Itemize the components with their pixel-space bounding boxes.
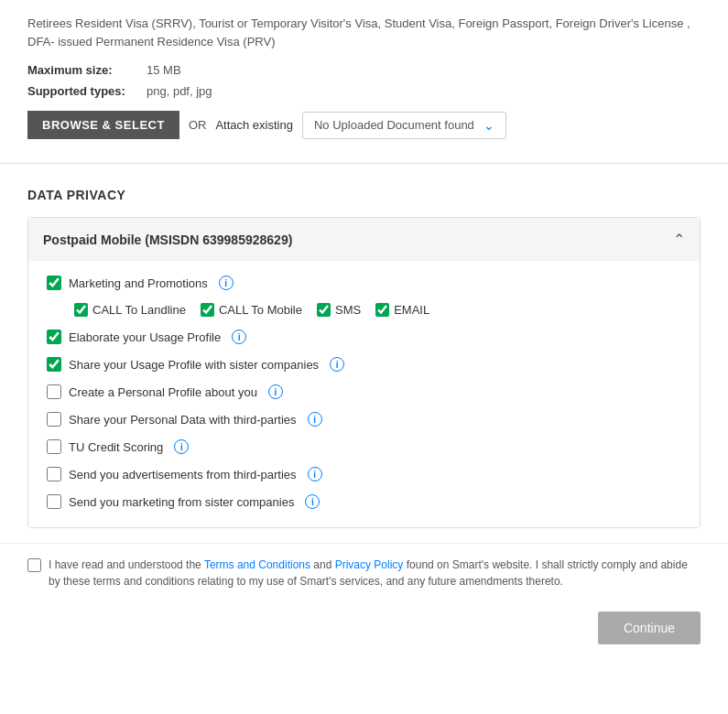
section-title: DATA PRIVACY xyxy=(27,188,701,202)
attach-existing-label: Attach existing xyxy=(215,118,293,132)
dropdown-text: No Uploaded Document found xyxy=(314,118,474,132)
checkbox-item-marketing-sisters: Send you marketing from sister companies… xyxy=(47,494,681,509)
terms-checkbox[interactable] xyxy=(27,558,41,572)
usage-profile-info-icon[interactable]: i xyxy=(232,330,246,344)
marketing-sisters-checkbox[interactable] xyxy=(47,494,61,509)
accordion-body: Marketing and Promotions i CALL To Landl… xyxy=(28,261,700,527)
marketing-sisters-info-icon[interactable]: i xyxy=(305,494,320,509)
checkbox-item-ads: Send you advertisements from third-parti… xyxy=(47,467,681,481)
sub-sms: SMS xyxy=(317,303,361,317)
checkbox-item-marketing: Marketing and Promotions i xyxy=(47,276,681,290)
terms-middle-text: and xyxy=(310,558,335,571)
ads-info-icon[interactable]: i xyxy=(308,467,322,481)
share-usage-checkbox[interactable] xyxy=(47,357,61,372)
document-dropdown[interactable]: No Uploaded Document found ⌄ xyxy=(302,112,506,139)
sub-call-mobile: CALL To Mobile xyxy=(201,303,302,317)
sms-checkbox[interactable] xyxy=(317,303,331,317)
call-landline-label: CALL To Landline xyxy=(92,303,186,317)
share-usage-label: Share your Usage Profile with sister com… xyxy=(69,358,319,372)
accordion-title: Postpaid Mobile (MSISDN 639985928629) xyxy=(43,233,292,247)
max-size-row: Maximum size: 15 MB xyxy=(27,63,701,77)
share-personal-label: Share your Personal Data with third-part… xyxy=(69,413,297,427)
tu-credit-label: TU Credit Scoring xyxy=(69,440,163,454)
usage-profile-label: Elaborate your Usage Profile xyxy=(69,330,221,344)
tu-credit-info-icon[interactable]: i xyxy=(174,439,189,454)
sms-label: SMS xyxy=(335,303,361,317)
checkbox-item-tu-credit: TU Credit Scoring i xyxy=(47,439,681,454)
personal-profile-checkbox[interactable] xyxy=(47,384,61,399)
ads-checkbox[interactable] xyxy=(47,467,61,481)
checkbox-item-usage-profile: Elaborate your Usage Profile i xyxy=(47,330,681,344)
upload-row: BROWSE & SELECT OR Attach existing No Up… xyxy=(27,111,701,139)
sub-checkboxes-row: CALL To Landline CALL To Mobile SMS EMAI… xyxy=(74,303,681,317)
max-size-value: 15 MB xyxy=(147,63,181,77)
email-label: EMAIL xyxy=(394,303,429,317)
share-personal-info-icon[interactable]: i xyxy=(308,412,322,427)
sub-email: EMAIL xyxy=(375,303,429,317)
call-mobile-checkbox[interactable] xyxy=(201,303,214,317)
accordion-header[interactable]: Postpaid Mobile (MSISDN 639985928629) ⌃ xyxy=(28,218,700,261)
checkbox-item-personal-profile: Create a Personal Profile about you i xyxy=(47,384,681,399)
marketing-label: Marketing and Promotions xyxy=(69,276,208,290)
marketing-sisters-label: Send you marketing from sister companies xyxy=(69,495,294,509)
tu-credit-checkbox[interactable] xyxy=(47,439,61,454)
privacy-policy-link[interactable]: Privacy Policy xyxy=(335,558,404,571)
terms-conditions-link[interactable]: Terms and Conditions xyxy=(204,558,310,571)
usage-profile-checkbox[interactable] xyxy=(47,330,61,344)
terms-before-text: I have read and understood the xyxy=(49,558,204,571)
ads-label: Send you advertisements from third-parti… xyxy=(69,468,297,481)
personal-profile-info-icon[interactable]: i xyxy=(268,384,283,399)
max-size-label: Maximum size: xyxy=(27,63,147,77)
continue-button[interactable]: Continue xyxy=(598,611,701,644)
supported-types-value: png, pdf, jpg xyxy=(147,84,212,98)
call-landline-checkbox[interactable] xyxy=(74,303,88,317)
marketing-checkbox[interactable] xyxy=(47,276,61,290)
top-section: Retirees Resident Visa (SRRV), Tourist o… xyxy=(0,0,728,154)
email-checkbox[interactable] xyxy=(375,303,389,317)
share-usage-info-icon[interactable]: i xyxy=(330,357,344,372)
terms-text: I have read and understood the Terms and… xyxy=(49,557,701,590)
or-text: OR xyxy=(189,118,207,132)
browse-select-button[interactable]: BROWSE & SELECT xyxy=(27,111,179,139)
visa-text: Retirees Resident Visa (SRRV), Tourist o… xyxy=(27,15,701,50)
chevron-down-icon: ⌄ xyxy=(484,118,494,133)
footer-row: Continue xyxy=(0,602,728,663)
terms-row: I have read and understood the Terms and… xyxy=(0,543,728,602)
supported-types-row: Supported types: png, pdf, jpg xyxy=(27,84,701,98)
call-mobile-label: CALL To Mobile xyxy=(219,303,302,317)
share-personal-checkbox[interactable] xyxy=(47,412,61,427)
accordion: Postpaid Mobile (MSISDN 639985928629) ⌃ … xyxy=(27,217,701,528)
checkbox-item-share-usage: Share your Usage Profile with sister com… xyxy=(47,357,681,372)
marketing-info-icon[interactable]: i xyxy=(219,276,234,290)
section-divider xyxy=(0,163,728,164)
checkbox-item-share-personal: Share your Personal Data with third-part… xyxy=(47,412,681,427)
sub-call-landline: CALL To Landline xyxy=(74,303,186,317)
data-privacy-section: DATA PRIVACY Postpaid Mobile (MSISDN 639… xyxy=(0,173,728,543)
personal-profile-label: Create a Personal Profile about you xyxy=(69,385,257,399)
chevron-up-icon: ⌃ xyxy=(673,231,685,248)
supported-types-label: Supported types: xyxy=(27,84,147,98)
